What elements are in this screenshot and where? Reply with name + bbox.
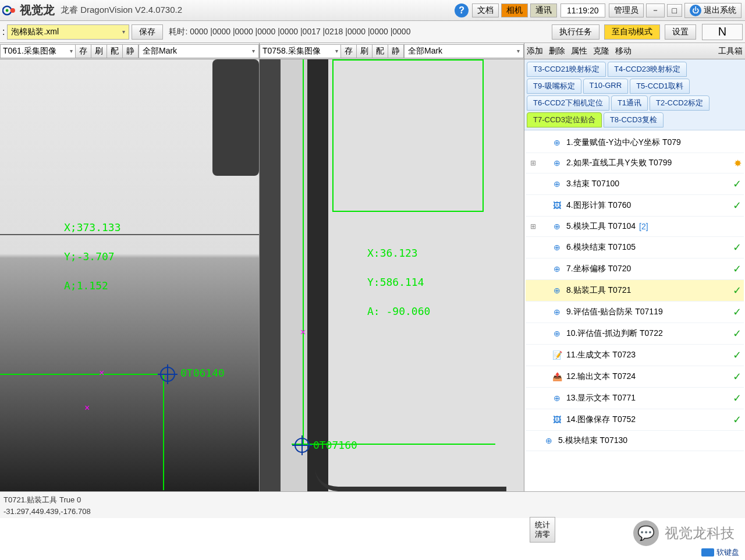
target-icon [295, 438, 310, 453]
overlay-y: Y;-3.707 [64, 250, 115, 263]
exit-button[interactable]: ⏻退出系统 [684, 3, 742, 18]
tool-icon: ⊕ [551, 137, 563, 148]
tree-item[interactable]: ⊕1.变量赋值-Y边中心Y坐标 T079 [526, 133, 744, 153]
tree-item[interactable]: 🖼4.图形计算 T0760✓ [526, 195, 744, 217]
view-left-mark-selector[interactable]: 全部Mark▾ [139, 44, 259, 58]
view-right-btn-static[interactable]: 静 [388, 44, 404, 58]
overlay-a: A: -90.060 [367, 305, 430, 317]
title-bar: 视觉龙 龙睿 DragonVision V2.4.0730.2 ? 文档 相机 … [0, 0, 745, 21]
status-line1: T0721.贴装工具 True 0 [3, 494, 742, 506]
tab[interactable]: T8-CCD3复检 [604, 112, 664, 127]
warn-icon: ✸ [734, 158, 742, 169]
tree-item[interactable]: ⊕5.模块结束 T07130 [526, 431, 744, 451]
keyboard-icon [701, 548, 714, 557]
view-right-btn-config[interactable]: 配 [372, 44, 388, 58]
tab[interactable]: T4-CCD23映射标定 [608, 62, 687, 77]
view-left-btn-refresh[interactable]: 刷 [91, 44, 107, 58]
tree-item[interactable]: 🖼14.图像保存 T0752✓ [526, 409, 744, 431]
tree-item[interactable]: ⊕7.坐标偏移 T0720✓ [526, 258, 744, 280]
overlay-y: Y:586.114 [367, 276, 424, 288]
tool-tree[interactable]: ⊕1.变量赋值-Y边中心Y坐标 T079⊞⊕2.如果-直线工具Y失败 T0799… [524, 130, 745, 491]
tool-icon: ⊕ [551, 306, 563, 318]
tool-icon: ⊕ [551, 221, 563, 232]
tool-props[interactable]: 属性 [571, 46, 587, 56]
target-icon [160, 367, 175, 382]
check-icon: ✓ [733, 392, 742, 405]
toolbox-button[interactable]: 工具箱 [718, 46, 743, 56]
check-icon: ✓ [733, 241, 742, 254]
mode-indicator: N [702, 24, 743, 40]
view-left-btn-static[interactable]: 静 [122, 44, 139, 58]
minimize-button[interactable]: － [646, 3, 665, 17]
tool-icon: ⊕ [543, 435, 555, 446]
tab[interactable]: T7-CCD3定位贴合 [527, 112, 602, 127]
check-icon: ✓ [733, 178, 742, 190]
tool-move[interactable]: 移动 [615, 46, 632, 56]
admin-button[interactable]: 管理员 [609, 3, 644, 17]
settings-button[interactable]: 设置 [665, 24, 696, 40]
check-icon: ✓ [733, 263, 742, 275]
tree-item[interactable]: 📝11.生成文本 T0723✓ [526, 345, 744, 366]
overlay-marker: 0T06140 [180, 367, 225, 379]
tool-icon: 🖼 [551, 414, 563, 426]
view-left-btn-config[interactable]: 配 [107, 44, 123, 58]
exec-task-button[interactable]: 执行任务 [552, 24, 599, 40]
right-panel: 添加 删除 属性 克隆 移动 工具箱 T3-CCD21映射标定T4-CCD23映… [524, 43, 745, 491]
doc-button[interactable]: 文档 [472, 3, 499, 17]
time-display: 11:19:20 [560, 3, 605, 17]
tree-item[interactable]: ⊕13.显示文本 T0771✓ [526, 388, 744, 409]
panel-toolbar: 添加 删除 属性 克隆 移动 工具箱 [524, 43, 745, 59]
check-icon: ✓ [733, 306, 742, 318]
tree-item[interactable]: ⊕3.结束 T07100✓ [526, 173, 744, 195]
tab[interactable]: T6-CCD2下相机定位 [527, 95, 609, 111]
view-left-selector[interactable]: T061.采集图像▾ [0, 44, 76, 58]
tree-item[interactable]: ⊞⊕2.如果-直线工具Y失败 T0799✸ [526, 153, 744, 173]
camera-button[interactable]: 相机 [501, 3, 528, 17]
overlay-x: X:36.123 [367, 247, 418, 259]
auto-mode-button[interactable]: 至自动模式 [604, 24, 660, 40]
check-icon: ✓ [733, 349, 742, 361]
view-left-btn-save[interactable]: 存 [75, 44, 91, 58]
view-left-canvas[interactable]: X;373.133 Y;-3.707 A;1.152 0T06140 ×× [0, 59, 259, 491]
overlay-a: A;1.152 [64, 279, 108, 292]
status-line2: -31.297,449.439,-176.708 [3, 506, 742, 518]
tab[interactable]: T1通讯 [611, 95, 648, 111]
view-right-canvas[interactable]: X:36.123 Y:586.114 A: -90.060 0T07160 × [260, 59, 524, 491]
tool-delete[interactable]: 删除 [549, 46, 565, 56]
tool-add[interactable]: 添加 [527, 46, 543, 56]
view-right-mark-selector[interactable]: 全部Mark▾ [404, 44, 524, 58]
check-icon: ✓ [733, 327, 742, 340]
tab[interactable]: T3-CCD21映射标定 [527, 62, 606, 77]
check-icon: ✓ [733, 284, 742, 297]
tree-item[interactable]: 📤12.输出文本 T0724✓ [526, 366, 744, 388]
tree-item[interactable]: ⊕9.评估值-贴合防呆 T07119✓ [526, 302, 744, 323]
tab[interactable]: T5-CCD1取料 [630, 79, 690, 94]
wechat-icon: 💬 [633, 520, 659, 546]
tree-item[interactable]: ⊕10.评估值-抓边判断 T0722✓ [526, 323, 744, 345]
tree-item[interactable]: ⊞⊕5.模块工具 T07104[2] [526, 217, 744, 237]
soft-keyboard-button[interactable]: 软键盘 [701, 547, 739, 558]
logo-icon [2, 3, 17, 18]
maximize-button[interactable]: □ [667, 4, 682, 17]
stat-reset-button[interactable]: 统计 清零 [530, 517, 555, 543]
tab[interactable]: T10-GRR [583, 79, 629, 94]
tree-item[interactable]: ⊕6.模块结束 T07105✓ [526, 237, 744, 258]
view-right-selector[interactable]: T0758.采集图像▾ [260, 44, 341, 58]
app-title: 龙睿 DragonVision V2.4.0730.2 [61, 5, 182, 16]
comm-button[interactable]: 通讯 [530, 3, 557, 17]
tool-icon: ⊕ [551, 178, 563, 190]
tool-icon: ⊕ [551, 328, 563, 339]
timing-label: 耗时: 0000 |0000 |0000 |0000 |0000 |0017 |… [169, 27, 410, 37]
view-right-btn-save[interactable]: 存 [340, 44, 357, 58]
view-right-btn-refresh[interactable]: 刷 [356, 44, 372, 58]
tab[interactable]: T9-吸嘴标定 [527, 79, 581, 94]
save-button[interactable]: 保存 [132, 24, 163, 40]
help-icon[interactable]: ? [455, 3, 469, 17]
tool-clone[interactable]: 克隆 [593, 46, 609, 56]
file-selector[interactable]: 泡棉贴装.xml▾ [7, 24, 129, 40]
brand-text: 视觉龙 [20, 2, 55, 18]
check-icon: ✓ [733, 370, 742, 383]
check-icon: ✓ [733, 413, 742, 426]
tree-item[interactable]: ⊕8.贴装工具 T0721✓ [526, 280, 744, 302]
tab[interactable]: T2-CCD2标定 [650, 95, 709, 111]
